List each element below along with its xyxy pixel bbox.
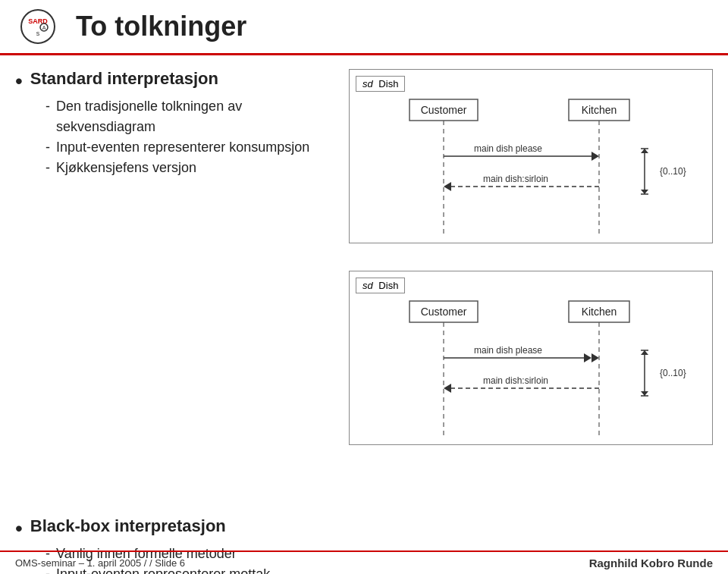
- bullet-dot-2: •: [15, 518, 23, 539]
- page-title: To tolkninger: [76, 11, 246, 42]
- svg-text:s: s: [36, 30, 40, 37]
- section1-sub1: Den tradisjonelle tolkningen av sekvensd…: [46, 96, 334, 137]
- svg-marker-40: [641, 391, 648, 396]
- section1-sub3: Kjøkkensjefens versjon: [46, 158, 334, 178]
- svg-text:Customer: Customer: [421, 306, 467, 318]
- svg-marker-20: [641, 149, 648, 153]
- svg-point-0: [21, 10, 55, 43]
- svg-text:A: A: [42, 25, 46, 30]
- svg-marker-15: [444, 182, 451, 191]
- diagram1-name: Dish: [378, 78, 398, 89]
- diagram2-svg: Customer Kitchen main dish please main d…: [356, 297, 706, 441]
- svg-marker-34: [444, 384, 451, 393]
- bullet-dot-1: •: [15, 71, 23, 92]
- sardas-logo: SARD A s: [15, 8, 61, 45]
- svg-text:{0..10}: {0..10}: [660, 368, 686, 378]
- svg-marker-39: [641, 350, 648, 355]
- diagram1-svg: Customer Kitchen main dish please main d…: [356, 96, 706, 240]
- svg-text:Customer: Customer: [421, 104, 467, 116]
- footer-left: OMS-seminar – 1. april 2005 / / Slide 6: [15, 557, 185, 569]
- svg-text:main dish please: main dish please: [474, 345, 542, 356]
- section1-subbullets: Den tradisjonelle tolkningen av sekvensd…: [46, 96, 334, 178]
- svg-marker-30: [584, 353, 592, 362]
- diagram1: sd Dish Customer Kitchen main dish pleas…: [349, 69, 713, 243]
- header: SARD A s To tolkninger: [0, 0, 728, 55]
- svg-text:{0..10}: {0..10}: [660, 166, 686, 177]
- svg-text:main dish please: main dish please: [474, 143, 542, 154]
- svg-marker-12: [592, 152, 599, 161]
- footer-right: Ragnhild Kobro Runde: [589, 557, 713, 569]
- svg-marker-31: [592, 353, 599, 362]
- svg-text:main dish:sirloin: main dish:sirloin: [483, 375, 548, 386]
- section1-sub2: Input-eventen representerer konsumpsjon: [46, 137, 334, 158]
- section1-title: Standard interpretasjon: [30, 69, 218, 89]
- svg-text:main dish:sirloin: main dish:sirloin: [483, 174, 548, 184]
- diagram1-sd-label: sd: [362, 78, 373, 89]
- svg-marker-21: [641, 190, 648, 194]
- section2-title: Black-box interpretasjon: [30, 516, 226, 536]
- diagram2-name: Dish: [378, 280, 398, 291]
- diagram2-sd-label: sd: [362, 280, 373, 291]
- svg-text:Kitchen: Kitchen: [582, 306, 617, 318]
- diagram2: sd Dish Customer Kitchen main dish p: [349, 271, 713, 445]
- section1-text: • Standard interpretasjon Den tradisjone…: [15, 69, 334, 387]
- svg-text:Kitchen: Kitchen: [582, 104, 617, 116]
- footer: OMS-seminar – 1. april 2005 / / Slide 6 …: [0, 550, 728, 574]
